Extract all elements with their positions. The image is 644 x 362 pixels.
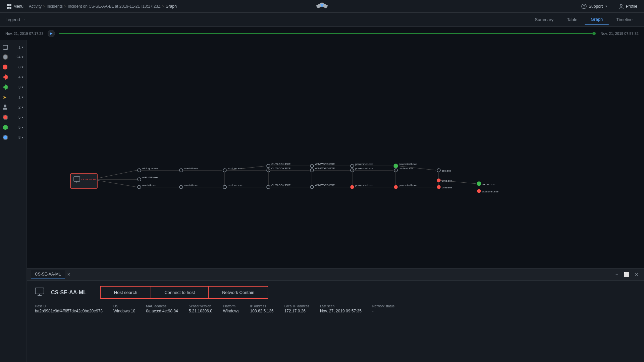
sub-nav: Legend → Summary Table Graph Timeline	[0, 13, 644, 27]
profile-label: Profile	[626, 4, 637, 9]
svg-text:userinit.exe: userinit.exe	[184, 184, 198, 187]
panel-tab-cs-se-aa-ml[interactable]: CS-SE-AA-ML	[31, 270, 65, 279]
top-nav-left: Menu Activity > Incidents > Incident on …	[4, 3, 177, 10]
svg-line-8	[97, 180, 137, 187]
svg-text:userinit.exe: userinit.exe	[142, 184, 156, 187]
network-contain-button[interactable]: Network Contain	[209, 287, 268, 298]
minimize-button[interactable]: −	[614, 272, 620, 277]
menu-button[interactable]: Menu	[4, 3, 26, 10]
host-details: Host ID ba2b9981c9df4ff657de42c0be20e973…	[35, 304, 636, 313]
svg-point-50	[351, 164, 354, 168]
svg-text:explorer.exe: explorer.exe	[228, 184, 243, 187]
sidebar: 1▼ 24▼ 8▼ 4▼	[0, 40, 27, 362]
svg-line-6	[97, 170, 137, 178]
sidebar-item-hex-red[interactable]: 4▼	[0, 72, 26, 82]
local-ip-value: 172.17.0.26	[284, 309, 309, 313]
grid-icon	[7, 4, 11, 9]
svg-text:csc.exe: csc.exe	[442, 169, 451, 172]
svg-text:OUTLOOK.EXE: OUTLOOK.EXE	[271, 163, 290, 166]
host-id-label: Host ID	[35, 304, 103, 308]
sidebar-item-monitor[interactable]: 1▼	[0, 43, 26, 52]
sidebar-item-circle[interactable]: 24▼	[0, 52, 26, 62]
svg-text:powershell.exe: powershell.exe	[355, 167, 373, 170]
main-layout: 1▼ 24▼ 8▼ 4▼	[0, 40, 644, 362]
sidebar-count-4: 4▼	[18, 75, 24, 79]
question-icon: ?	[581, 4, 587, 9]
svg-text:powershell.exe: powershell.exe	[399, 184, 417, 187]
sidebar-item-dot-red[interactable]: 5▼	[0, 113, 26, 122]
breadcrumb-activity[interactable]: Activity	[29, 4, 42, 9]
host-name: CS-SE-AA-ML	[51, 290, 87, 296]
sidebar-count-5b: 5▼	[18, 125, 24, 129]
maximize-button[interactable]: ⬜	[622, 272, 631, 277]
monitor-icon	[3, 45, 8, 50]
support-button[interactable]: ? Support ▼	[579, 2, 610, 10]
svg-text:explorer.exe: explorer.exe	[228, 167, 243, 170]
host-search-button[interactable]: Host search	[101, 287, 151, 298]
sidebar-item-arrow[interactable]: ➤ 1▼	[0, 93, 26, 102]
tab-summary[interactable]: Summary	[529, 14, 560, 25]
detail-os: OS Windows 10	[113, 304, 135, 313]
support-label: Support	[589, 4, 603, 9]
sidebar-item-dot-teal[interactable]: 8▼	[0, 133, 26, 142]
tab-timeline[interactable]: Timeline	[610, 14, 639, 25]
connect-to-host-button[interactable]: Connect to host	[151, 287, 209, 298]
sidebar-count-1b: 1▼	[18, 95, 24, 99]
hex-check-icon	[3, 125, 8, 130]
detail-local-ip: Local IP address 172.17.0.26	[284, 304, 309, 313]
os-value: Windows 10	[113, 309, 135, 313]
detail-ip: IP address 108.62.5.136	[250, 304, 274, 313]
panel-tabs: CS-SE-AA-ML ✕	[31, 270, 72, 279]
person-icon	[619, 4, 624, 9]
legend-arrow: →	[22, 18, 25, 21]
circle-dot-icon	[3, 54, 8, 60]
close-panel-button[interactable]: ✕	[633, 272, 640, 277]
svg-point-20	[179, 185, 183, 189]
sensor-value: 5.21.10306.0	[189, 309, 212, 313]
panel-header-close: − ⬜ ✕	[614, 272, 640, 277]
legend-label: Legend	[5, 17, 20, 22]
breadcrumb-incidents[interactable]: Incidents	[47, 4, 63, 9]
profile-button[interactable]: Profile	[616, 2, 640, 10]
host-header: CS-SE-AA-ML Host search Connect to host …	[35, 286, 636, 299]
svg-point-74	[477, 182, 481, 186]
svg-text:conhost.exe: conhost.exe	[399, 167, 414, 170]
sidebar-item-shield[interactable]: 8▼	[0, 62, 26, 72]
detail-network-status: Network status -	[372, 304, 394, 313]
svg-point-9	[138, 169, 141, 172]
tab-group: Summary Table Graph Timeline	[529, 14, 639, 25]
close-tab-button[interactable]: ✕	[65, 272, 72, 278]
svg-point-76	[477, 189, 481, 193]
tab-table[interactable]: Table	[561, 14, 583, 25]
breadcrumb-incident[interactable]: Incident on CS-SE-AA-BL at 2019-11-21T13…	[68, 4, 160, 9]
sensor-label: Sensor version	[189, 304, 212, 308]
timeline-track[interactable]	[59, 33, 597, 34]
sidebar-count-8: 8▼	[18, 65, 24, 69]
svg-text:OUTLOOK.EXE: OUTLOOK.EXE	[271, 167, 290, 170]
host-monitor-icon	[35, 288, 46, 298]
svg-text:winlogon.exe: winlogon.exe	[142, 167, 158, 170]
logo-icon	[315, 2, 329, 10]
play-button[interactable]: ▶	[48, 30, 55, 37]
svg-point-12	[138, 178, 141, 181]
svg-point-30	[267, 164, 270, 168]
svg-point-17	[179, 169, 183, 172]
svg-text:WINWORD.EXE: WINWORD.EXE	[315, 163, 335, 166]
svg-rect-85	[35, 288, 44, 294]
network-status-value: -	[372, 309, 394, 313]
os-label: OS	[113, 304, 135, 308]
panel-content: CS-SE-AA-ML Host search Connect to host …	[27, 281, 644, 319]
sidebar-item-hex-check[interactable]: 5▼	[0, 123, 26, 132]
legend-button[interactable]: Legend →	[5, 17, 25, 22]
tab-graph[interactable]: Graph	[585, 14, 609, 25]
ip-label: IP address	[250, 304, 274, 308]
sidebar-item-hex-green[interactable]: 3▼	[0, 82, 26, 92]
last-seen-value: Nov. 27, 2019 09:57:35	[320, 309, 362, 313]
sidebar-item-person[interactable]: 2▼	[0, 103, 26, 112]
svg-text:OUTLOOK.EXE: OUTLOOK.EXE	[271, 184, 290, 187]
sep3: >	[162, 4, 164, 9]
logo-area	[315, 2, 329, 11]
mac-label: MAC address	[146, 304, 178, 308]
svg-text:WINWORD.EXE: WINWORD.EXE	[315, 167, 335, 170]
shield-icon	[3, 64, 7, 70]
